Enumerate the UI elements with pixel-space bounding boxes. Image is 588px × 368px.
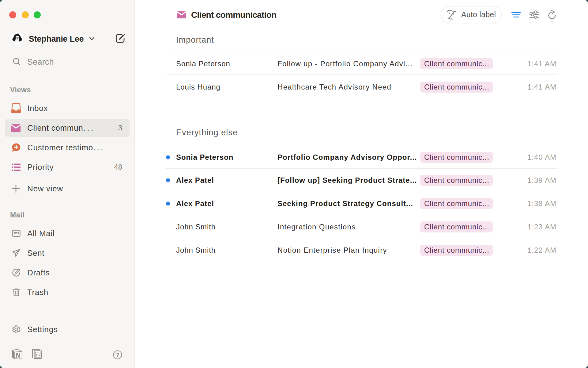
svg-text:?: ? <box>116 352 119 358</box>
svg-text:15: 15 <box>36 353 40 357</box>
